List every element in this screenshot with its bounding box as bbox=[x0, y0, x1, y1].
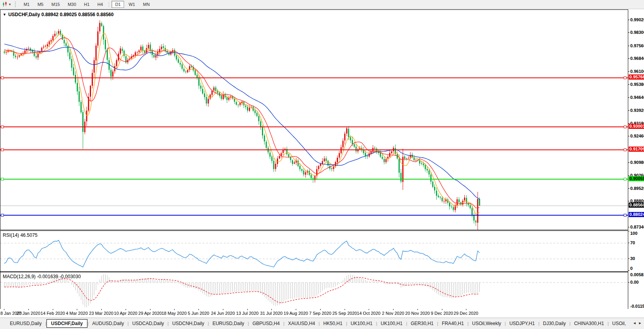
timeframe-button-h1[interactable]: H1 bbox=[80, 1, 93, 8]
macd-label: MACD(12,26,9) -0.001639 -0.003030 bbox=[3, 274, 81, 279]
rsi-chart-canvas bbox=[0, 231, 628, 271]
time-tick bbox=[4, 309, 4, 310]
rsi-tick-label: 30 bbox=[630, 256, 635, 261]
price-tick-label: 0.99020 bbox=[630, 17, 644, 22]
price-tick-label: 0.96840 bbox=[630, 56, 644, 61]
hline-price-badge: 0.91709 bbox=[629, 147, 644, 152]
price-tick bbox=[628, 46, 629, 46]
chart-tab-uk100-h1[interactable]: UK100,H1 bbox=[347, 320, 376, 327]
rsi-tick-label: 70 bbox=[630, 240, 635, 245]
timeframe-button-m1[interactable]: M1 bbox=[20, 1, 33, 8]
rsi-tick bbox=[628, 231, 629, 231]
price-tick-label: 0.87340 bbox=[630, 225, 644, 229]
time-tick bbox=[199, 309, 199, 310]
price-tick bbox=[628, 175, 629, 176]
tab-scrollers: ◄► bbox=[632, 320, 643, 326]
main-chart-panel[interactable]: ▼USDCHF,Daily 0.88942 0.89025 0.88556 0.… bbox=[0, 9, 628, 230]
time-tick bbox=[418, 309, 418, 310]
chart-tab-eurusd-daily[interactable]: EURUSD,Daily bbox=[6, 320, 45, 327]
price-tick bbox=[628, 110, 629, 111]
price-tick-label: 0.93920 bbox=[630, 108, 644, 113]
time-tick bbox=[126, 309, 126, 310]
rsi-tick bbox=[628, 270, 629, 271]
scroll-left-button[interactable]: ◄ bbox=[632, 320, 637, 326]
chart-tab-uk100-h1[interactable]: UK100,H1 bbox=[377, 320, 406, 327]
price-tick-label: 0.89520 bbox=[630, 186, 644, 191]
chart-tab-gbpusd-h4[interactable]: GBPUSD,H4 bbox=[249, 320, 283, 327]
chart-cursor-button[interactable]: ▼ bbox=[1, 1, 13, 7]
rsi-indicator-panel[interactable]: RSI(14) 46.5075 bbox=[0, 230, 628, 272]
price-tick-label: 0.97560 bbox=[630, 43, 644, 48]
price-tick-label: 0.96100 bbox=[630, 69, 644, 74]
timeframe-button-h4[interactable]: H4 bbox=[94, 1, 106, 8]
timeframe-button-m15[interactable]: M15 bbox=[48, 1, 63, 8]
time-tick bbox=[345, 309, 345, 310]
chart-tab-usdjpy-h1[interactable]: USDJPY,H1 bbox=[506, 320, 538, 327]
candlestick-series bbox=[4, 20, 481, 230]
timeframe-button-w1[interactable]: W1 bbox=[125, 1, 139, 8]
price-tick-label: 0.94640 bbox=[630, 95, 644, 100]
rsi-label: RSI(14) 46.5075 bbox=[3, 232, 37, 238]
chart-tab-ger30-h1[interactable]: GER30,H1 bbox=[407, 320, 437, 327]
timeframe-button-d1[interactable]: D1 bbox=[111, 1, 124, 8]
chart-tab-dj30-daily[interactable]: DJ30,Daily bbox=[540, 320, 570, 327]
time-tick bbox=[101, 309, 102, 310]
time-tick bbox=[77, 309, 77, 310]
timeframe-button-m30[interactable]: M30 bbox=[64, 1, 80, 8]
chart-symbol-period: USDCHF,Daily bbox=[8, 12, 40, 17]
scroll-right-button[interactable]: ► bbox=[637, 320, 643, 326]
chart-tab-fra40-h1[interactable]: FRA40,H1 bbox=[438, 320, 468, 327]
toolbar-separator bbox=[109, 2, 109, 7]
time-tick bbox=[53, 309, 53, 310]
chart-tab-china300-h1[interactable]: CHINA300,H1 bbox=[570, 320, 607, 327]
hline-price-badge: 0.95766 bbox=[629, 74, 644, 80]
candlestick-chart-icon bbox=[2, 2, 7, 7]
chart-title: ▼USDCHF,Daily 0.88942 0.89025 0.88556 0.… bbox=[3, 12, 113, 17]
time-tick bbox=[150, 309, 150, 310]
macd-indicator-panel[interactable]: MACD(12,26,9) -0.001639 -0.003030 bbox=[0, 272, 628, 310]
chart-tab-bar: EURUSD,Daily|USDCHF,Daily|AUDUSD,Daily|U… bbox=[0, 318, 644, 329]
price-tick bbox=[628, 71, 629, 72]
chart-tab-usoil-weekly[interactable]: USOil,Weekly bbox=[469, 320, 505, 327]
macd-axis-top-label: 0.005818 bbox=[630, 272, 644, 277]
hline-price-badge: 0.88024 bbox=[629, 212, 644, 217]
chart-ohlc-values: 0.88942 0.89025 0.88556 0.88560 bbox=[41, 12, 114, 17]
time-tick bbox=[223, 309, 223, 310]
price-tick-label: 0.95380 bbox=[630, 82, 644, 87]
ma-10-line bbox=[4, 38, 480, 208]
timeframe-button-mn[interactable]: MN bbox=[139, 1, 153, 8]
price-tick bbox=[628, 58, 629, 59]
macd-axis-zero-label: 0.00 bbox=[630, 280, 638, 284]
price-tick-label: 0.98300 bbox=[630, 30, 644, 35]
rsi-tick-label: 100 bbox=[630, 231, 637, 236]
rsi-tick-label: 0 bbox=[630, 266, 633, 271]
chart-tab-hk50-h1[interactable]: HK50,H1 bbox=[320, 320, 346, 327]
time-tick bbox=[442, 309, 442, 310]
macd-axis-bottom-label: -0.011514 bbox=[630, 304, 644, 309]
chart-tab-xauusd-h4[interactable]: XAUUSD,H4 bbox=[284, 320, 319, 327]
price-tick bbox=[628, 136, 629, 136]
rsi-tick bbox=[628, 243, 629, 243]
rsi-tick bbox=[628, 258, 629, 259]
toolbar-grip[interactable] bbox=[15, 2, 17, 7]
chart-tab-usoil-[interactable]: USOil, bbox=[609, 320, 629, 327]
price-tick bbox=[628, 84, 629, 85]
time-tick bbox=[369, 309, 369, 310]
price-tick-label: 0.90980 bbox=[630, 160, 644, 165]
time-tick bbox=[320, 309, 321, 310]
chart-tab-usdchf-daily[interactable]: USDCHF,Daily bbox=[46, 319, 88, 328]
collapse-icon[interactable]: ▼ bbox=[3, 13, 6, 17]
chart-tab-usdcnh-daily[interactable]: USDCNH,Daily bbox=[169, 320, 208, 327]
chart-tab-eurusd-daily[interactable]: EURUSD,Daily bbox=[209, 320, 248, 327]
top-toolbar: ▼ M1M5M15M30H1H4D1W1MN bbox=[0, 0, 644, 9]
chart-tab-audusd-daily[interactable]: AUDUSD,Daily bbox=[89, 320, 128, 327]
time-axis-label: 29 Dec 2020 bbox=[450, 311, 482, 316]
price-tick bbox=[628, 162, 629, 163]
timeframe-button-m5[interactable]: M5 bbox=[34, 1, 47, 8]
price-tick bbox=[628, 20, 629, 20]
price-axis-background bbox=[628, 9, 644, 309]
price-tick bbox=[628, 227, 629, 227]
chart-tab-usdcad-daily[interactable]: USDCAD,Daily bbox=[129, 320, 168, 327]
candlestick-chart-canvas[interactable] bbox=[0, 10, 628, 230]
dropdown-caret-icon: ▼ bbox=[8, 3, 11, 6]
